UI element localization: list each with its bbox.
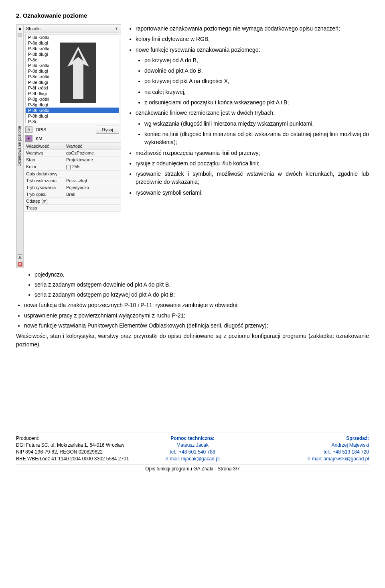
prop-label: Tryb rysowania	[24, 184, 64, 191]
bullet-item: nowe funkcje rysowania oznakowania pozio…	[136, 46, 369, 54]
prop-label: Tryb opisu	[24, 191, 64, 197]
prop-row: StanProjektowane	[24, 157, 121, 163]
list-item[interactable]: P-8i	[26, 119, 119, 123]
list-item[interactable]: P-8b krótki	[26, 46, 119, 51]
prop-value[interactable]: 255	[64, 163, 121, 170]
prop-label: Kolor	[24, 163, 64, 170]
bullet-item: usprawnienie pracy z powierzchniami wyłą…	[24, 311, 369, 319]
bullet-item: raportowanie oznakowania poziomego nie w…	[136, 24, 369, 33]
prop-label: Odstęp [m]	[24, 198, 64, 204]
list-item[interactable]: P-8f długi	[26, 91, 119, 96]
bullet-sub-item: pojedynczo,	[34, 271, 369, 279]
prop-value[interactable]: Pocz.->kąt	[64, 177, 121, 184]
list-item[interactable]: P-8d krótki	[26, 63, 119, 68]
list-item[interactable]: P-8f krótki	[26, 85, 119, 91]
checkbox-icon[interactable]	[66, 165, 71, 169]
list-item[interactable]: P-8a długi	[26, 40, 119, 46]
bullet-item: kolory linii edytowane w RGB;	[136, 35, 369, 43]
list-item[interactable]: P-8b długi	[26, 51, 119, 57]
footer-head-producent: Producent:	[16, 435, 134, 441]
palette-header: Strzalki ▼	[24, 25, 121, 33]
dropdown-icon[interactable]: ▼	[115, 26, 118, 31]
prop-value[interactable]	[64, 171, 121, 177]
footer-nip: NIP 894-296-79-82, REGON 020829622	[16, 449, 134, 455]
list-item[interactable]: P-8d długi	[26, 68, 119, 74]
bullet-sub-item: po krzywej od A do B,	[144, 56, 369, 64]
footer-tel-1: tel.: +48 501 540 788	[134, 449, 251, 455]
rysuj-button[interactable]: Rysuj	[96, 126, 119, 134]
list-item[interactable]: P-8g długi	[26, 102, 119, 108]
prop-label: Tryb wskazania	[24, 177, 64, 184]
bullet-sub-item: po krzywej od pkt A na długości X,	[144, 77, 369, 85]
prop-row: Kolor255	[24, 163, 121, 171]
dock-icon[interactable]	[18, 33, 22, 37]
bullet-sub-item: koniec na linii (długość linii mierzona …	[144, 130, 369, 146]
lower-paragraph: Właściwości, stan i kolorystyka, warstwy…	[16, 332, 369, 348]
prop-value[interactable]	[64, 205, 121, 211]
lower-block: pojedynczo, seria z zadanym odstępem dow…	[16, 271, 369, 348]
prop-value[interactable]: Projektowane	[64, 157, 121, 163]
list-item[interactable]: P-8h krótki	[26, 108, 119, 113]
prop-label: Trasa	[24, 205, 64, 211]
close-icon[interactable]: ✕	[18, 25, 22, 32]
opis-tool-label: OPIS	[36, 127, 46, 132]
props-header-right: Wartość	[64, 143, 121, 149]
symbol-list[interactable]: P-8a krótkiP-8a długiP-8b krótkiP-8b dłu…	[25, 34, 119, 123]
km-tool-icon[interactable]: ✦	[25, 135, 32, 142]
prop-label: Opis dodatkowy	[24, 171, 64, 177]
footer-mail-1: e-mail: mjacak@gacad.pl	[134, 456, 251, 462]
list-item[interactable]: P-8c	[26, 57, 119, 63]
bullet-item: nowa funkcja dla znaków poprzecznych P-1…	[24, 301, 369, 309]
list-item[interactable]: P-8h długi	[26, 113, 119, 119]
footer-bank: BRE WBE/Łódź 41 1140 2004 0000 3302 5584…	[16, 456, 134, 462]
prop-value[interactable]	[64, 198, 121, 204]
opis-tool-icon[interactable]: A	[25, 126, 32, 133]
bullet-sub-item: z odsunięciami od początku i końca wskaz…	[144, 98, 369, 106]
prop-value[interactable]: gaOzPoziome	[64, 150, 121, 156]
palette-empty	[24, 212, 121, 268]
footer-addr: DGI Futura SC, ul. Mokrzańska 1, 54-016 …	[16, 442, 134, 448]
palette-vertical-label: Oznakowanie poziome	[17, 126, 22, 167]
footer-tel-2: tel.: +48 513 184 720	[251, 449, 369, 455]
bullet-item: nowe funkcje wstawiania Punktowych Eleme…	[24, 321, 369, 330]
props-header-left: Właściwość	[24, 143, 64, 149]
footer-name-1: Mateusz Jacak	[134, 442, 251, 448]
list-item[interactable]: P-8e krótki	[26, 74, 119, 79]
prop-row: Opis dodatkowy	[24, 171, 121, 177]
bullet-sub-item: seria z zadanym odstępem dowolnie od pkt…	[34, 281, 369, 289]
bullet-sub-item: dowolnie od pkt A do B,	[144, 67, 369, 75]
properties-grid: Właściwość Wartość WarstwagaOzPoziomeSta…	[24, 142, 121, 212]
tool-row-2: ✦ KM	[24, 134, 121, 142]
footer-head-pomoc: Pomoc techniczna:	[134, 435, 251, 441]
prop-value[interactable]: Brak	[64, 191, 121, 197]
bullet-item: rysowanie strzałek i symboli, możliwość …	[136, 170, 369, 186]
prop-row: Tryb rysowaniaPojedynczo	[24, 184, 121, 191]
tool-row: A OPIS Rysuj	[24, 125, 121, 134]
section-title: 2. Oznakowanie poziome	[16, 12, 369, 19]
prop-label: Warstwa	[24, 150, 64, 156]
bullet-sub-item: wg wskazania (długość linii mierzona mię…	[144, 120, 369, 128]
palette-sidebar: ✕ Oznakowanie poziome A ✕	[16, 25, 24, 268]
km-tool-label: KM	[36, 136, 43, 141]
list-item[interactable]: P-8e długi	[26, 79, 119, 85]
bullet-sub-item: na całej krzywej,	[144, 88, 369, 96]
bullet-item: rysowanie symboli seriami:	[136, 189, 369, 197]
red-close-icon[interactable]: ✕	[18, 262, 22, 267]
a-icon[interactable]: A	[18, 254, 22, 259]
bullet-column: raportowanie oznakowania poziomego nie w…	[127, 24, 369, 199]
bullet-item: możliwość rozpoczęcia rysowania linii od…	[136, 149, 369, 157]
page-footer: Producent: Pomoc techniczna: Sprzedaż: D…	[16, 433, 369, 478]
list-item[interactable]: P-8a krótki	[26, 35, 119, 40]
palette-panel: ✕ Oznakowanie poziome A ✕ Strzalki ▼ P-8…	[16, 24, 121, 268]
bullet-item: oznakowanie liniowe rozmierzane jest w d…	[136, 109, 369, 117]
prop-row: Tryb opisuBrak	[24, 191, 121, 198]
prop-label: Stan	[24, 157, 64, 163]
prop-row: Odstęp [m]	[24, 198, 121, 205]
footer-head-sprzedaz: Sprzedaż:	[251, 435, 369, 441]
footer-mail-2: e-mail: amajewski@gacad.pl	[251, 456, 369, 462]
bullet-item: rysuje z odsunięciem od początku i/lub k…	[136, 159, 369, 167]
list-item[interactable]: P-8g krótki	[26, 96, 119, 102]
prop-row: Trasa	[24, 205, 121, 212]
prop-value[interactable]: Pojedynczo	[64, 184, 121, 191]
bullet-sub-item: seria z zadanym odstępem po krzywej od p…	[34, 291, 369, 299]
